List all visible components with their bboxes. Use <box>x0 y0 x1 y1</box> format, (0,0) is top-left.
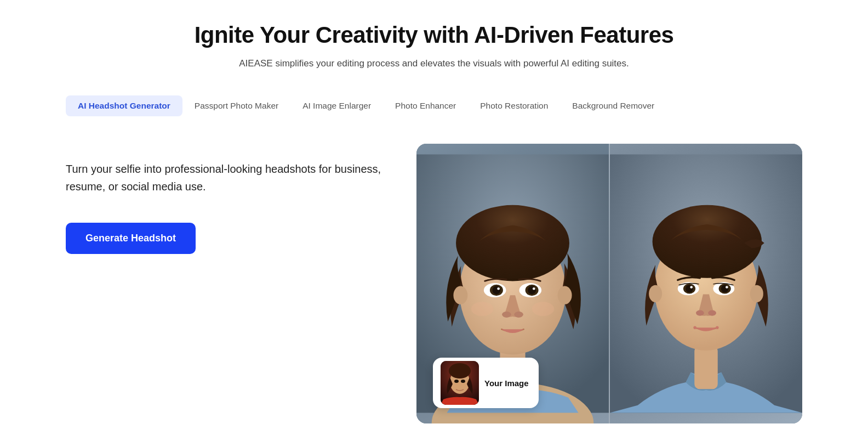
generate-headshot-button[interactable]: Generate Headshot <box>66 223 196 254</box>
svg-point-24 <box>750 285 763 302</box>
tab-ai-headshot-generator[interactable]: AI Headshot Generator <box>66 95 182 116</box>
svg-point-17 <box>471 302 494 316</box>
tab-passport-photo-maker[interactable]: Passport Photo Maker <box>182 95 290 116</box>
svg-point-4 <box>456 205 569 281</box>
svg-point-5 <box>453 286 467 304</box>
tab-photo-restoration[interactable]: Photo Restoration <box>468 95 560 116</box>
svg-point-39 <box>449 363 471 378</box>
svg-rect-20 <box>694 346 717 389</box>
svg-point-36 <box>716 326 719 330</box>
your-image-thumbnail <box>441 361 479 405</box>
hero-title: Ignite Your Creativity with AI-Driven Fe… <box>44 22 824 48</box>
your-image-label: Your Image <box>484 378 529 388</box>
svg-point-41 <box>461 380 465 383</box>
svg-point-15 <box>502 312 511 318</box>
headshot-preview-panel: Your Image <box>416 144 802 423</box>
tab-photo-enhancer[interactable]: Photo Enhancer <box>383 95 468 116</box>
after-portrait-svg <box>610 144 802 423</box>
svg-point-31 <box>690 286 693 289</box>
svg-point-22 <box>653 205 762 278</box>
svg-point-40 <box>454 380 459 383</box>
tabs-navigation: AI Headshot Generator Passport Photo Mak… <box>44 95 824 116</box>
svg-point-14 <box>533 287 535 290</box>
svg-point-35 <box>693 326 696 330</box>
svg-point-33 <box>696 310 704 315</box>
svg-point-12 <box>528 286 536 295</box>
svg-point-34 <box>708 310 716 315</box>
hero-subtitle: AIEASE simplifies your editing process a… <box>44 58 824 69</box>
svg-point-11 <box>493 286 501 295</box>
svg-point-16 <box>514 312 523 318</box>
svg-point-6 <box>558 286 572 304</box>
after-image <box>610 144 802 423</box>
your-image-badge: Your Image <box>433 358 539 408</box>
thumbnail-portrait <box>441 361 479 405</box>
svg-point-13 <box>497 287 500 290</box>
page-wrapper: Ignite Your Creativity with AI-Driven Fe… <box>0 0 868 435</box>
tab-ai-image-enlarger[interactable]: AI Image Enlarger <box>290 95 383 116</box>
svg-point-30 <box>721 285 729 292</box>
left-panel: Turn your selfie into professional-looki… <box>66 144 384 254</box>
svg-point-32 <box>726 286 728 289</box>
svg-point-23 <box>649 285 662 302</box>
svg-point-29 <box>686 285 693 292</box>
headshot-description: Turn your selfie into professional-looki… <box>66 160 384 195</box>
tab-background-remover[interactable]: Background Remover <box>560 95 666 116</box>
svg-point-18 <box>532 302 555 316</box>
content-area: Turn your selfie into professional-looki… <box>44 144 824 423</box>
